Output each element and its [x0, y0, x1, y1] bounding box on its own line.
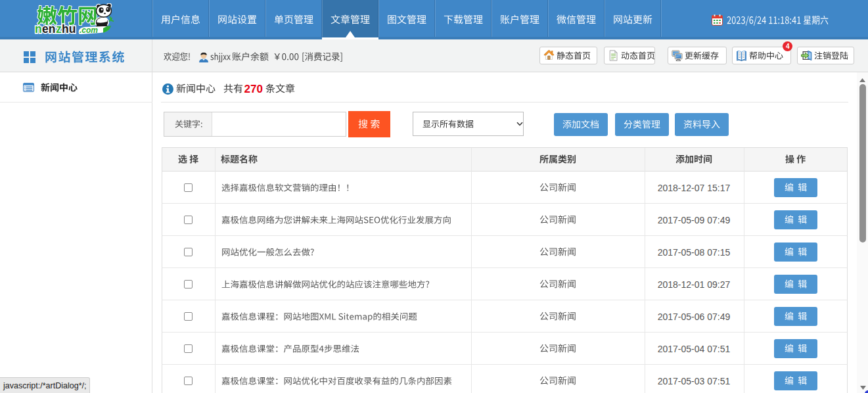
svg-text:en: en	[42, 22, 55, 35]
svg-text:.com: .com	[80, 26, 98, 35]
svg-text:z: z	[56, 22, 62, 35]
svg-text:hu: hu	[62, 22, 76, 35]
svg-text:n: n	[35, 22, 42, 35]
